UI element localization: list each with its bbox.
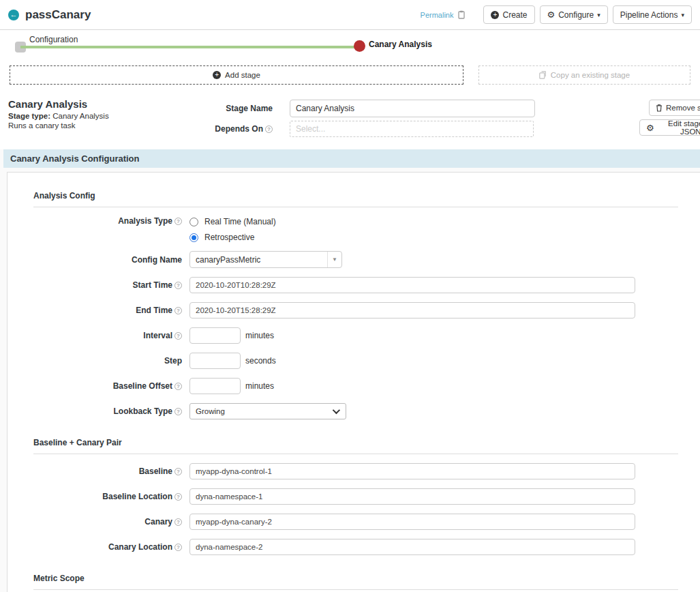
plus-icon: +	[213, 71, 221, 79]
depends-on-label-text: Depends On	[215, 124, 263, 134]
depends-on-select[interactable]: Select...	[290, 121, 534, 137]
baseline-offset-label: Baseline Offset?	[33, 381, 189, 391]
help-icon[interactable]: ?	[174, 383, 182, 390]
stage-name-input[interactable]	[290, 100, 535, 117]
end-time-input[interactable]	[189, 302, 635, 319]
create-button[interactable]: + Create	[483, 5, 534, 24]
help-icon[interactable]: ?	[174, 468, 182, 475]
config-name-select[interactable]: canaryPassMetric ▼	[189, 251, 342, 268]
copy-existing-stage-label: Copy an existing stage	[551, 71, 630, 79]
divider	[33, 207, 678, 207]
pipeline-graph: Configuration Canary Analysis	[10, 30, 690, 64]
caret-down-icon[interactable]: ▼	[327, 252, 341, 267]
start-time-label: Start Time?	[33, 280, 189, 290]
canary-location-label-text: Canary Location	[108, 542, 172, 552]
caret-down-icon: ▾	[597, 12, 600, 18]
remove-stage-button[interactable]: Remove stage	[649, 100, 700, 116]
configuration-stage-label[interactable]: Configuration	[29, 35, 78, 44]
depends-on-label: Depends On?	[0, 124, 273, 134]
start-time-label-text: Start Time	[133, 280, 172, 290]
gear-icon: ⚙	[646, 123, 654, 132]
lookback-type-value: Growing	[196, 407, 333, 415]
baseline-canary-pair-title: Baseline + Canary Pair	[33, 419, 678, 447]
end-time-label-text: End Time	[136, 306, 172, 315]
baseline-location-label-text: Baseline Location	[102, 492, 172, 501]
canary-config-area: Canary Analysis Configuration Analysis C…	[0, 149, 700, 592]
caret-down-icon: ▾	[681, 12, 684, 18]
canary-label: Canary?	[33, 517, 189, 527]
pipeline-actions-label: Pipeline Actions	[620, 10, 678, 20]
config-panel: Analysis Config Analysis Type? Real Time…	[7, 172, 700, 592]
baseline-offset-label-text: Baseline Offset	[113, 381, 172, 391]
trash-icon	[656, 104, 663, 112]
lookback-type-label-text: Lookback Type	[114, 406, 172, 416]
clipboard-icon[interactable]	[458, 10, 466, 19]
depends-on-placeholder: Select...	[296, 124, 325, 134]
add-stage-button[interactable]: + Add stage	[10, 65, 463, 85]
edit-stage-json-button[interactable]: ⚙ Edit stage as JSON	[639, 119, 700, 136]
baseline-offset-input[interactable]	[189, 378, 241, 394]
radio-unchecked-icon[interactable]	[189, 218, 198, 226]
help-icon[interactable]: ?	[174, 544, 182, 551]
canary-location-input[interactable]	[189, 539, 635, 555]
help-icon[interactable]: ?	[174, 493, 182, 501]
permalink-link[interactable]: Permalink	[421, 11, 454, 19]
canary-label-text: Canary	[144, 517, 172, 527]
stage-details-section: Canary Analysis Stage type: Canary Analy…	[0, 96, 700, 149]
interval-input[interactable]	[189, 327, 241, 344]
help-icon[interactable]: ?	[174, 332, 182, 340]
lookback-type-label: Lookback Type?	[33, 406, 189, 416]
baseline-label-text: Baseline	[139, 467, 172, 476]
baseline-location-label: Baseline Location?	[33, 492, 189, 501]
create-button-label: Create	[502, 10, 527, 20]
lookback-type-select[interactable]: Growing	[189, 403, 346, 419]
end-time-label: End Time?	[33, 306, 189, 315]
pipeline-actions-button[interactable]: Pipeline Actions ▾	[613, 5, 692, 24]
radio-real-time-label: Real Time (Manual)	[204, 217, 276, 226]
interval-unit: minutes	[245, 331, 274, 340]
canary-analysis-stage-node[interactable]	[354, 40, 365, 52]
configure-button[interactable]: ⚙ Configure ▾	[540, 5, 608, 24]
help-icon[interactable]: ?	[174, 518, 182, 526]
help-icon[interactable]: ?	[174, 218, 182, 225]
stage-name-label: Stage Name	[0, 104, 273, 113]
radio-retrospective[interactable]: Retrospective	[189, 233, 276, 242]
analysis-type-label: Analysis Type?	[33, 216, 189, 226]
help-icon[interactable]: ?	[174, 408, 182, 415]
copy-existing-stage-button[interactable]: Copy an existing stage	[478, 65, 690, 85]
help-icon[interactable]: ?	[174, 282, 182, 289]
baseline-input[interactable]	[189, 463, 635, 479]
help-icon[interactable]: ?	[174, 307, 182, 314]
metric-scope-title: Metric Scope	[33, 555, 678, 583]
section-heading: Canary Analysis Configuration	[3, 149, 700, 168]
config-name-label: Config Name	[33, 255, 189, 265]
interval-label-text: Interval	[143, 331, 172, 340]
remove-stage-label: Remove stage	[666, 104, 700, 112]
help-icon[interactable]: ?	[265, 125, 273, 133]
step-unit: seconds	[245, 356, 276, 366]
canary-analysis-stage-label[interactable]: Canary Analysis	[369, 40, 432, 49]
canary-input[interactable]	[189, 514, 635, 530]
chevron-down-icon	[333, 406, 340, 414]
step-input[interactable]	[189, 353, 241, 369]
radio-real-time[interactable]: Real Time (Manual)	[189, 217, 276, 226]
stage-connector-line	[20, 46, 364, 48]
back-arrow-icon[interactable]: ←	[8, 10, 19, 20]
edit-stage-json-label: Edit stage as JSON	[658, 119, 700, 136]
analysis-type-radio-group: Real Time (Manual) Retrospective	[189, 216, 276, 248]
baseline-location-input[interactable]	[189, 488, 635, 505]
copy-icon	[539, 71, 547, 79]
start-time-input[interactable]	[189, 277, 635, 293]
canary-location-label: Canary Location?	[33, 542, 189, 552]
divider	[33, 454, 678, 454]
pipeline-title: passCanary	[25, 8, 91, 22]
config-name-value: canaryPassMetric	[190, 252, 327, 267]
interval-label: Interval?	[33, 331, 189, 340]
divider	[33, 589, 678, 590]
analysis-config-title: Analysis Config	[33, 173, 678, 201]
baseline-offset-unit: minutes	[245, 381, 274, 391]
analysis-type-label-text: Analysis Type	[118, 216, 172, 226]
radio-checked-icon[interactable]	[189, 233, 198, 242]
plus-icon: +	[491, 11, 499, 19]
baseline-label: Baseline?	[33, 467, 189, 476]
